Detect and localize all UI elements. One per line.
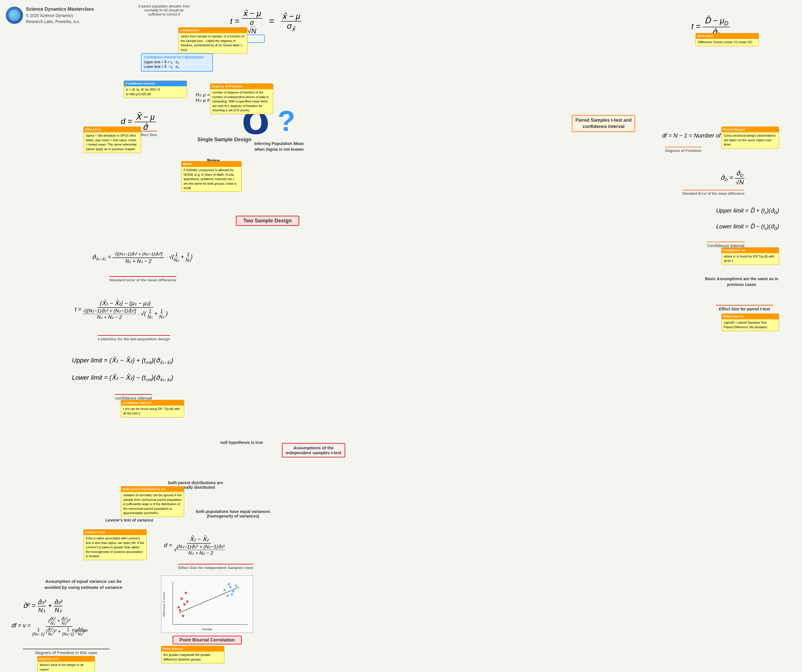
note-body-tdist: varies from sample to sample, is a funct… — [181, 34, 245, 52]
header-text: Science Dynamics Masterclass © 2025 Scie… — [26, 6, 94, 25]
note-body-effect-paired: sigmaD = paired Samples Test Paired Diff… — [724, 320, 777, 330]
ci-two-lower: Lower limit = (X̄₁ − X̄₂) − (tcrit)(σ̂x̄… — [72, 374, 173, 382]
scatter-plot: Number Differences of Scores — [161, 575, 253, 633]
se-formula: σ̂x̄₁−x̄₂ = √[(N₁−1)σ̂₁² + (N₂−1)σ̂₂²] N… — [92, 250, 192, 264]
note-body-paired: Cross-sectional design (observations are… — [724, 134, 777, 147]
svg-point-18 — [186, 600, 188, 603]
note-body-noise: if SIGNAL component is affected by NOISE… — [184, 168, 239, 190]
note-body-levene: If the p-value associated with Levene's … — [86, 536, 144, 558]
note-body-tc: tc = df, tp, df, for 95% CI tc=df(t.p,0.… — [126, 87, 185, 96]
lower-limit: Lower limit = X̄ − tc · σx̄ — [144, 65, 210, 69]
svg-point-22 — [223, 589, 226, 591]
note-body-tvalue: Difference Scores (mean X1-mean X2) — [698, 40, 757, 44]
svg-point-28 — [231, 593, 233, 596]
note-body-parent: violation of normality can be ignored if… — [123, 493, 182, 515]
svg-point-16 — [183, 603, 186, 606]
t-stats-label: t-statistics for the two-population desi… — [98, 335, 170, 341]
note-paired: Paired Sample Cross-sectional design (ob… — [721, 127, 779, 149]
note-effect-paired: Effect Size for sigmaD = paired Samples … — [721, 313, 779, 331]
logo-inner — [9, 10, 20, 21]
d-two-formula: d = X̄₁ − X̄₂ √(N₁−1)σ̂₁² + (N₂−1)σ̂₂²N₁… — [164, 535, 225, 556]
note-effect-size: Effect Size sigma = Std deviation in SPS… — [83, 127, 141, 153]
basic-assumptions-label: Basic Assumptions are the same as in pre… — [704, 276, 779, 288]
logo-icon — [6, 6, 23, 24]
note-levene: Levene's test If the p-value associated … — [83, 529, 147, 560]
svg-point-26 — [235, 585, 237, 587]
ci-box-single: Confidence interval for t-distribution U… — [141, 53, 213, 72]
svg-text:Number: Number — [202, 628, 213, 631]
note-t-dist: t-distribution varies from sample to sam… — [178, 27, 247, 54]
se-label: Standard error of the mean difference — [109, 276, 176, 282]
df-degrees-label: Degrees of Freedom — [665, 147, 701, 153]
upper-limit: Upper limit = X̄ + tc · σx̄ — [144, 60, 210, 65]
sigma-d-formula: σ̂D = σ̂D √N — [721, 170, 744, 186]
note-body-ci: t crit can be found using IDF. T(p,df) w… — [123, 407, 182, 416]
ci-paired-label: Confidence Interval — [707, 242, 744, 248]
paired-samples-label: Paired Samples t-test and confidence int… — [572, 115, 635, 132]
svg-point-15 — [180, 598, 183, 600]
effect-size-ind-label: Effect Size for Independent Samples t-te… — [178, 564, 253, 570]
ci-paired-upper: Upper limit = D̄ + (tc)(σ̂D) — [716, 207, 779, 215]
assumptions-box: Assumptions of the independent samples t… — [282, 443, 345, 457]
two-sample-label: Two Sample Design — [236, 216, 299, 226]
equal-var-label: both populations have equal variances (h… — [196, 509, 270, 519]
point-biserial-label: Point Biserial Correlation — [173, 636, 242, 645]
header-line3: Research Labs, Proverbs, a.s. — [26, 19, 94, 25]
svg-point-25 — [232, 590, 234, 593]
svg-line-29 — [179, 587, 239, 613]
svg-text:Differences of Scores: Differences of Scores — [163, 592, 165, 617]
single-sample-label: Single Sample Design — [196, 137, 253, 143]
note-df: Degrees of Freedom number of degrees of … — [210, 83, 273, 114]
note-body-ci-paired: where tc is found by IDF.T(p,df) with df… — [724, 254, 777, 263]
note-noise: Noise if SIGNAL component is affected by… — [181, 161, 242, 192]
ci-label-two: confidence interval — [115, 394, 152, 401]
note-t-value: the t-value Difference Scores (mean X1-m… — [695, 33, 759, 46]
parent-pop-note: If parent population deviates from norma… — [138, 4, 190, 16]
assumption-equal-label: Assumption of equal variance can be avoi… — [37, 578, 129, 590]
note-tc-df: Confidence interval tc = df, tp, df, for… — [124, 81, 187, 98]
note-body-df: number of degrees of freedom is the numb… — [212, 90, 271, 113]
note-parent-dist: both parent distributions are violation … — [121, 486, 184, 517]
svg-point-19 — [182, 615, 184, 617]
ci-paired-lower: Lower limit = D̄ − (tc)(σ̂D) — [716, 223, 779, 231]
assumptions-label: Assumptions of the independent samples t… — [286, 445, 341, 455]
note-point-biserial: Point Biserial the greater magnitude the… — [161, 646, 225, 663]
df-welch-label: Degrees of Freedom in this case — [23, 649, 109, 655]
sigma-hat-sq: σ̂² = σ̂₁² N₁ + σ̂₂² N₂ — [23, 598, 62, 614]
svg-point-24 — [226, 594, 229, 597]
inferring-label: Inferring Population Mean when Sigma is … — [253, 141, 305, 152]
header-line2: © 2025 Science Dynamics — [26, 13, 94, 19]
note-body-pb: the greater magnitude the greater differ… — [163, 653, 222, 662]
ci-two-upper: Upper limit = (X̄₁ − X̄₂) + (tcrit)(σ̂x̄… — [72, 357, 173, 365]
note-ci-paired: Confidence int where tc is found by IDF.… — [721, 247, 779, 265]
svg-point-23 — [229, 586, 231, 588]
note-ci-two: confidence interval t crit can be found … — [121, 400, 184, 417]
svg-point-21 — [178, 606, 180, 608]
note-df-fi: Degrees of F↑ doesn't have to be integer… — [37, 656, 95, 672]
this-case-text: this case — [72, 628, 88, 633]
levene-label: Levene's test of variance — [101, 518, 158, 522]
header: Science Dynamics Masterclass © 2025 Scie… — [6, 6, 94, 25]
note-title-tdist: t-distribution — [179, 27, 247, 33]
svg-point-17 — [179, 609, 181, 611]
question-mark: ? — [278, 107, 295, 135]
std-err-paired-label: Standard Error of the mean difference — [682, 190, 744, 195]
t-two-formula: t = (X̄₁ − X̄₂) − (μ₁ − μ₂) √[(N₁−1)σ̂₁²… — [75, 299, 168, 320]
svg-point-20 — [185, 592, 187, 594]
null-hyp-label: null hypothesis is true — [218, 440, 265, 445]
note-body-df-fi: doesn't have to be integer in all cases! — [40, 663, 93, 672]
note-body-effect: sigma = Std deviation in SPSS (first tab… — [86, 134, 139, 151]
header-title: Science Dynamics Masterclass — [26, 6, 94, 13]
svg-point-27 — [228, 583, 230, 585]
ci-box-title: Confidence interval for t-distribution — [144, 55, 210, 59]
effect-size-paired-label: Effect Size for paired t-test — [716, 305, 773, 311]
df-welch: df = v = (σ̂₁²N₁ + σ̂₂²N₂)² 1(N₁−1) (σ̂₁… — [11, 615, 86, 636]
